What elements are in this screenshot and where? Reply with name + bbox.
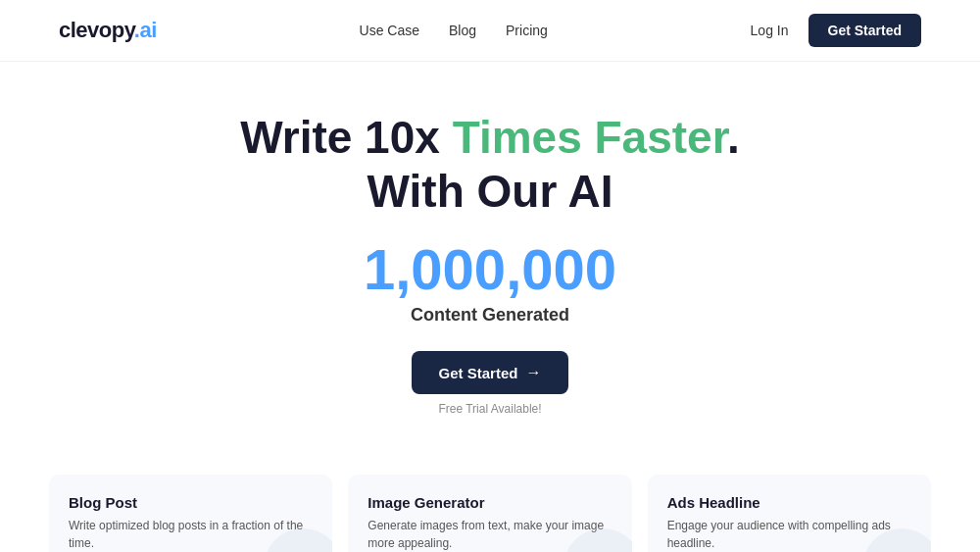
get-started-arrow: → [525, 364, 541, 381]
card-blog-post-desc: Write optimized blog posts in a fraction… [69, 517, 313, 552]
navbar: clevopy.ai Use Case Blog Pricing Log In … [0, 0, 980, 62]
nav-use-case[interactable]: Use Case [360, 23, 419, 38]
card-ads-headline: Ads Headline Engage your audience with c… [648, 475, 931, 552]
card-blog-post: Blog Post Write optimized blog posts in … [49, 475, 332, 552]
nav-right: Log In Get Started [751, 14, 921, 47]
get-started-label: Get Started [439, 365, 518, 381]
hero-cta-wrap: Get Started → [20, 351, 960, 394]
cards-section: Blog Post Write optimized blog posts in … [0, 445, 980, 552]
trial-text: Free Trial Available! [20, 402, 960, 416]
nav-links: Use Case Blog Pricing [360, 23, 548, 38]
hero-title: Write 10x Times Faster. With Our AI [20, 111, 960, 219]
logo: clevopy.ai [59, 18, 157, 43]
login-link[interactable]: Log In [751, 23, 789, 38]
hero-count: 1,000,000 [20, 238, 960, 301]
get-started-nav-button[interactable]: Get Started [808, 14, 921, 47]
card-image-generator-desc: Generate images from text, make your ima… [368, 517, 612, 552]
hero-subtitle: Content Generated [20, 305, 960, 326]
nav-blog[interactable]: Blog [449, 23, 476, 38]
hero-highlight: Times Faster [453, 112, 727, 163]
nav-pricing[interactable]: Pricing [506, 23, 548, 38]
card-image-generator: Image Generator Generate images from tex… [348, 475, 631, 552]
card-ads-headline-title: Ads Headline [667, 494, 911, 511]
card-ads-headline-desc: Engage your audience with compelling ads… [667, 517, 911, 552]
card-image-generator-title: Image Generator [368, 494, 612, 511]
hero-section: Write 10x Times Faster. With Our AI 1,00… [0, 62, 980, 445]
get-started-hero-button[interactable]: Get Started → [412, 351, 569, 394]
card-blog-post-title: Blog Post [69, 494, 313, 511]
